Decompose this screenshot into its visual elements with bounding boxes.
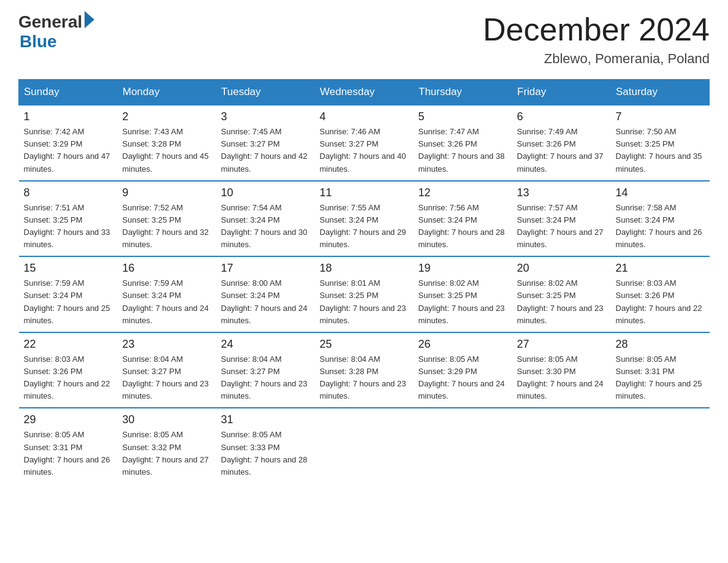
table-row: 13 Sunrise: 7:57 AMSunset: 3:24 PMDaylig…	[512, 181, 611, 257]
day-info: Sunrise: 7:59 AMSunset: 3:24 PMDaylight:…	[123, 278, 209, 324]
day-number: 20	[517, 262, 606, 275]
table-row: 9 Sunrise: 7:52 AMSunset: 3:25 PMDayligh…	[118, 181, 216, 257]
day-number: 26	[419, 338, 507, 351]
day-info: Sunrise: 8:01 AMSunset: 3:25 PMDaylight:…	[320, 278, 406, 324]
day-info: Sunrise: 8:05 AMSunset: 3:31 PMDaylight:…	[24, 430, 110, 476]
day-number: 25	[320, 338, 409, 351]
day-info: Sunrise: 7:49 AMSunset: 3:26 PMDaylight:…	[517, 127, 604, 173]
table-row: 31 Sunrise: 8:05 AMSunset: 3:33 PMDaylig…	[216, 408, 315, 483]
table-row: 19 Sunrise: 8:02 AMSunset: 3:25 PMDaylig…	[414, 256, 512, 332]
table-row	[414, 408, 512, 483]
table-row: 23 Sunrise: 8:04 AMSunset: 3:27 PMDaylig…	[118, 332, 216, 408]
table-row: 7 Sunrise: 7:50 AMSunset: 3:25 PMDayligh…	[611, 105, 710, 181]
logo-blue-text: Blue	[20, 32, 57, 52]
logo-triangle-icon	[85, 11, 94, 28]
day-number: 14	[616, 186, 705, 199]
table-row: 4 Sunrise: 7:46 AMSunset: 3:27 PMDayligh…	[315, 105, 414, 181]
day-info: Sunrise: 8:03 AMSunset: 3:26 PMDaylight:…	[24, 354, 110, 400]
day-number: 23	[123, 338, 211, 351]
day-info: Sunrise: 8:04 AMSunset: 3:27 PMDaylight:…	[221, 354, 308, 400]
col-sunday: Sunday	[19, 80, 118, 105]
calendar-title: December 2024	[483, 12, 710, 47]
day-info: Sunrise: 7:42 AMSunset: 3:29 PMDaylight:…	[24, 127, 110, 173]
calendar-week-row: 15 Sunrise: 7:59 AMSunset: 3:24 PMDaylig…	[19, 256, 710, 332]
table-row: 28 Sunrise: 8:05 AMSunset: 3:31 PMDaylig…	[611, 332, 710, 408]
day-info: Sunrise: 8:03 AMSunset: 3:26 PMDaylight:…	[616, 278, 702, 324]
day-info: Sunrise: 8:04 AMSunset: 3:27 PMDaylight:…	[123, 354, 209, 400]
table-row	[315, 408, 414, 483]
table-row: 8 Sunrise: 7:51 AMSunset: 3:25 PMDayligh…	[19, 181, 118, 257]
day-info: Sunrise: 8:05 AMSunset: 3:29 PMDaylight:…	[419, 354, 505, 400]
day-number: 1	[24, 110, 113, 123]
title-area: December 2024 Zblewo, Pomerania, Poland	[483, 12, 710, 67]
day-number: 27	[517, 338, 606, 351]
calendar-week-row: 22 Sunrise: 8:03 AMSunset: 3:26 PMDaylig…	[19, 332, 710, 408]
calendar-header-row: Sunday Monday Tuesday Wednesday Thursday…	[19, 80, 710, 105]
day-number: 31	[221, 413, 310, 426]
table-row: 10 Sunrise: 7:54 AMSunset: 3:24 PMDaylig…	[216, 181, 315, 257]
table-row: 14 Sunrise: 7:58 AMSunset: 3:24 PMDaylig…	[611, 181, 710, 257]
day-number: 8	[24, 186, 113, 199]
day-info: Sunrise: 7:50 AMSunset: 3:25 PMDaylight:…	[616, 127, 702, 173]
calendar-week-row: 1 Sunrise: 7:42 AMSunset: 3:29 PMDayligh…	[19, 105, 710, 181]
day-number: 2	[123, 110, 211, 123]
day-number: 30	[123, 413, 211, 426]
day-number: 21	[616, 262, 705, 275]
calendar-week-row: 8 Sunrise: 7:51 AMSunset: 3:25 PMDayligh…	[19, 181, 710, 257]
day-number: 12	[419, 186, 507, 199]
table-row: 11 Sunrise: 7:55 AMSunset: 3:24 PMDaylig…	[315, 181, 414, 257]
day-info: Sunrise: 7:59 AMSunset: 3:24 PMDaylight:…	[24, 278, 110, 324]
col-thursday: Thursday	[414, 80, 512, 105]
calendar-table: Sunday Monday Tuesday Wednesday Thursday…	[18, 79, 710, 483]
day-info: Sunrise: 8:02 AMSunset: 3:25 PMDaylight:…	[517, 278, 604, 324]
day-number: 4	[320, 110, 409, 123]
table-row: 17 Sunrise: 8:00 AMSunset: 3:24 PMDaylig…	[216, 256, 315, 332]
day-info: Sunrise: 7:45 AMSunset: 3:27 PMDaylight:…	[221, 127, 308, 173]
day-number: 22	[24, 338, 113, 351]
logo: General Blue	[18, 12, 94, 52]
day-number: 7	[616, 110, 705, 123]
day-info: Sunrise: 7:54 AMSunset: 3:24 PMDaylight:…	[221, 203, 308, 249]
table-row: 22 Sunrise: 8:03 AMSunset: 3:26 PMDaylig…	[19, 332, 118, 408]
day-info: Sunrise: 8:05 AMSunset: 3:31 PMDaylight:…	[616, 354, 702, 400]
day-info: Sunrise: 7:51 AMSunset: 3:25 PMDaylight:…	[24, 203, 110, 249]
header: General Blue December 2024 Zblewo, Pomer…	[18, 12, 710, 67]
day-number: 13	[517, 186, 606, 199]
calendar-week-row: 29 Sunrise: 8:05 AMSunset: 3:31 PMDaylig…	[19, 408, 710, 483]
table-row: 24 Sunrise: 8:04 AMSunset: 3:27 PMDaylig…	[216, 332, 315, 408]
day-info: Sunrise: 7:58 AMSunset: 3:24 PMDaylight:…	[616, 203, 702, 249]
day-number: 5	[419, 110, 507, 123]
table-row: 26 Sunrise: 8:05 AMSunset: 3:29 PMDaylig…	[414, 332, 512, 408]
day-number: 24	[221, 338, 310, 351]
calendar-subtitle: Zblewo, Pomerania, Poland	[483, 51, 710, 67]
table-row: 30 Sunrise: 8:05 AMSunset: 3:32 PMDaylig…	[118, 408, 216, 483]
table-row: 15 Sunrise: 7:59 AMSunset: 3:24 PMDaylig…	[19, 256, 118, 332]
col-tuesday: Tuesday	[216, 80, 315, 105]
table-row: 1 Sunrise: 7:42 AMSunset: 3:29 PMDayligh…	[19, 105, 118, 181]
day-number: 19	[419, 262, 507, 275]
day-number: 6	[517, 110, 606, 123]
logo-general-text: General	[18, 12, 82, 32]
day-info: Sunrise: 7:43 AMSunset: 3:28 PMDaylight:…	[123, 127, 209, 173]
day-info: Sunrise: 7:55 AMSunset: 3:24 PMDaylight:…	[320, 203, 406, 249]
table-row: 29 Sunrise: 8:05 AMSunset: 3:31 PMDaylig…	[19, 408, 118, 483]
table-row	[611, 408, 710, 483]
table-row: 12 Sunrise: 7:56 AMSunset: 3:24 PMDaylig…	[414, 181, 512, 257]
table-row: 21 Sunrise: 8:03 AMSunset: 3:26 PMDaylig…	[611, 256, 710, 332]
day-number: 29	[24, 413, 113, 426]
table-row: 27 Sunrise: 8:05 AMSunset: 3:30 PMDaylig…	[512, 332, 611, 408]
day-info: Sunrise: 8:04 AMSunset: 3:28 PMDaylight:…	[320, 354, 406, 400]
day-info: Sunrise: 8:05 AMSunset: 3:33 PMDaylight:…	[221, 430, 308, 476]
day-info: Sunrise: 7:57 AMSunset: 3:24 PMDaylight:…	[517, 203, 604, 249]
day-number: 10	[221, 186, 310, 199]
col-friday: Friday	[512, 80, 611, 105]
table-row: 18 Sunrise: 8:01 AMSunset: 3:25 PMDaylig…	[315, 256, 414, 332]
table-row: 6 Sunrise: 7:49 AMSunset: 3:26 PMDayligh…	[512, 105, 611, 181]
day-info: Sunrise: 7:47 AMSunset: 3:26 PMDaylight:…	[419, 127, 505, 173]
day-info: Sunrise: 8:05 AMSunset: 3:32 PMDaylight:…	[123, 430, 209, 476]
day-info: Sunrise: 8:00 AMSunset: 3:24 PMDaylight:…	[221, 278, 308, 324]
table-row: 25 Sunrise: 8:04 AMSunset: 3:28 PMDaylig…	[315, 332, 414, 408]
day-number: 9	[123, 186, 211, 199]
col-wednesday: Wednesday	[315, 80, 414, 105]
day-info: Sunrise: 7:56 AMSunset: 3:24 PMDaylight:…	[419, 203, 505, 249]
